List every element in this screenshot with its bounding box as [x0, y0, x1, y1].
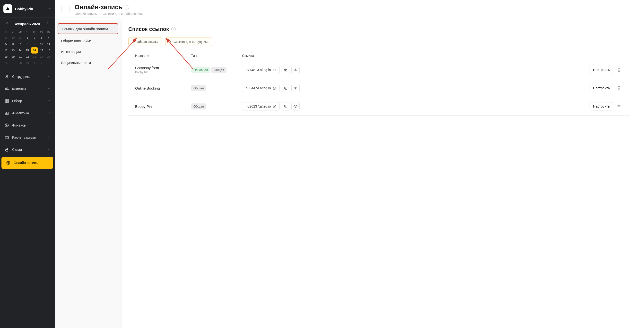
delete-button[interactable]	[615, 84, 623, 92]
cell-link: n804474.alteg.io	[242, 84, 315, 92]
calendar-day[interactable]: 15	[24, 47, 31, 54]
calendar-day[interactable]: 13	[10, 47, 16, 54]
calendar-day[interactable]: 25	[45, 54, 52, 60]
calendar-day[interactable]: 10	[38, 41, 45, 47]
preview-button[interactable]	[292, 84, 300, 92]
subnav-item[interactable]: Социальные сети	[55, 57, 121, 68]
calendar-day[interactable]: 14	[17, 47, 24, 54]
copy-button[interactable]	[282, 66, 290, 74]
calendar-day[interactable]: 1	[24, 35, 31, 41]
calendar-day[interactable]: 24	[38, 54, 45, 60]
calendar-day[interactable]: 2	[31, 35, 38, 41]
preview-button[interactable]	[292, 66, 300, 74]
delete-button[interactable]	[615, 102, 623, 110]
calendar-day[interactable]: 22	[24, 54, 31, 60]
nav-item[interactable]: Сотрудники	[0, 71, 55, 83]
svg-point-23	[295, 69, 296, 70]
calendar-day[interactable]: 20	[10, 54, 16, 60]
svg-rect-6	[7, 101, 8, 103]
calendar-day[interactable]: 19	[2, 54, 10, 60]
calendar-month-label: Февраль 2024	[14, 22, 40, 26]
nav-item[interactable]: Клиенты	[0, 83, 55, 95]
copy-button[interactable]	[282, 102, 290, 110]
calendar-day[interactable]: 27	[10, 60, 16, 66]
calendar-day[interactable]: 26	[2, 60, 10, 66]
nav-icon	[4, 111, 9, 115]
subnav-item[interactable]: Интеграции	[55, 46, 121, 57]
calendar-dow: сб	[38, 29, 45, 35]
calendar-day[interactable]: 18	[45, 47, 52, 54]
calendar-day[interactable]: 29	[24, 60, 31, 66]
info-icon[interactable]: i	[125, 5, 129, 10]
link-name: Company form	[135, 66, 191, 70]
info-icon[interactable]: i	[171, 27, 176, 31]
cell-name: Bobby Pin	[135, 104, 191, 108]
calendar-day[interactable]: 30	[10, 35, 16, 41]
calendar-day[interactable]: 11	[45, 41, 52, 47]
calendar-day[interactable]: 29	[2, 35, 10, 41]
main-nav: СотрудникиКлиентыОбзорАналитикаФинансыРа…	[0, 69, 55, 122]
table-row: Bobby PinОбщаяn826237.alteg.ioНастроить	[128, 97, 630, 116]
copy-button[interactable]	[282, 84, 290, 92]
menu-toggle-button[interactable]	[62, 5, 70, 13]
add-general-link-button[interactable]: ＋ Общая ссылка	[128, 37, 162, 46]
cell-actions: Настроить	[315, 102, 623, 110]
calendar-next-button[interactable]	[45, 21, 50, 27]
calendar-day[interactable]: 1	[31, 60, 38, 66]
link-name: Bobby Pin	[135, 104, 191, 108]
calendar-day[interactable]: 7	[17, 41, 24, 47]
calendar-day[interactable]: 8	[24, 41, 31, 47]
calendar-day[interactable]: 9	[31, 41, 38, 47]
configure-button[interactable]: Настроить	[590, 66, 614, 74]
link-url-button[interactable]: n804474.alteg.io	[242, 84, 280, 92]
subnav-panel: Ссылки для онлайн-записиОбщие настройкиИ…	[55, 21, 122, 122]
calendar-day[interactable]: 12	[2, 47, 10, 54]
calendar-day[interactable]: 31	[17, 35, 24, 41]
calendar-day[interactable]: 3	[45, 60, 52, 66]
calendar-dow: вс	[45, 29, 52, 35]
configure-button[interactable]: Настроить	[590, 102, 614, 110]
configure-button[interactable]: Настроить	[590, 84, 614, 92]
chevron-down-icon	[48, 75, 50, 79]
calendar-dow: вт	[10, 29, 16, 35]
calendar-day[interactable]: 6	[10, 41, 16, 47]
nav-item[interactable]: Аналитика	[0, 107, 55, 119]
external-link-icon	[273, 87, 276, 90]
link-url-button[interactable]: n774813.alteg.io	[242, 66, 280, 74]
calendar-grid: пнвтсрчтптсбвс29303112345678910111213141…	[0, 29, 55, 69]
breadcrumb-item[interactable]: Онлайн-запись	[74, 12, 97, 16]
type-tag: Общая	[211, 67, 226, 73]
calendar-day[interactable]: 5	[2, 41, 10, 47]
link-url-text: n826237.alteg.io	[246, 104, 271, 108]
external-link-icon	[273, 68, 276, 72]
calendar-prev-button[interactable]	[4, 21, 10, 27]
cell-type: Общая	[191, 85, 242, 91]
chevron-down-icon	[48, 87, 50, 91]
calendar-day[interactable]: 16	[31, 47, 38, 54]
column-link: Ссылка	[242, 54, 315, 58]
nav-label: Сотрудники	[12, 75, 48, 79]
link-url-button[interactable]: n826237.alteg.io	[242, 102, 280, 110]
calendar-day[interactable]: 2	[38, 60, 45, 66]
page-header: Онлайн-запись i Онлайн-запись ❯ Ссылки д…	[55, 0, 644, 19]
links-table: Название Тип Ссылка Company formBobby Pi…	[128, 51, 630, 116]
brand-switcher[interactable]: Bobby Pin	[0, 0, 55, 18]
subnav-item[interactable]: Ссылки для онлайн-записи	[58, 23, 118, 34]
breadcrumb-item: Ссылки для онлайн-записи	[103, 12, 143, 16]
calendar-day[interactable]: 3	[38, 35, 45, 41]
nav-item[interactable]: Финансы	[0, 119, 55, 122]
calendar-day[interactable]: 28	[17, 60, 24, 66]
calendar-day[interactable]: 17	[38, 47, 45, 54]
cell-link: n774813.alteg.io	[242, 66, 315, 74]
add-employee-link-button[interactable]: ＋ Ссылка для сотрудника	[165, 37, 212, 46]
subnav-item[interactable]: Общие настройки	[55, 35, 121, 46]
calendar-day[interactable]: 23	[31, 54, 38, 60]
calendar-day[interactable]: 21	[17, 54, 24, 60]
delete-button[interactable]	[615, 66, 623, 74]
preview-button[interactable]	[292, 102, 300, 110]
svg-point-31	[295, 106, 296, 107]
chevron-down-icon	[48, 7, 51, 11]
chevron-down-icon	[48, 111, 50, 115]
nav-item[interactable]: Обзор	[0, 95, 55, 107]
calendar-day[interactable]: 4	[45, 35, 52, 41]
